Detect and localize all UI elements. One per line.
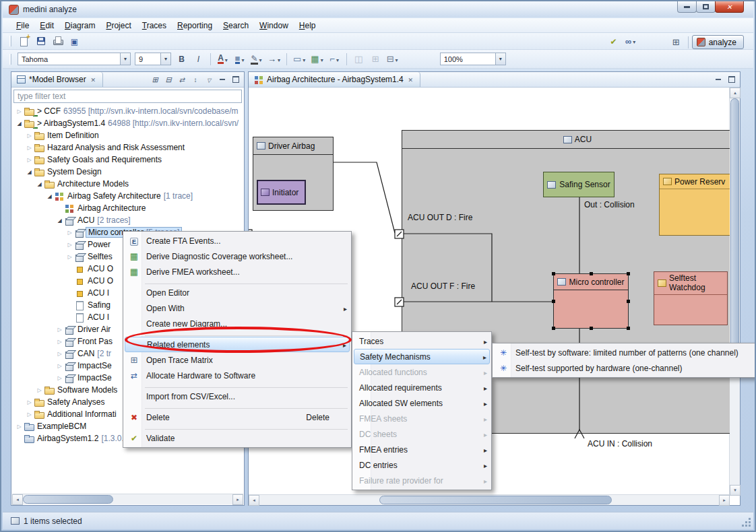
scrollbar-track[interactable] (730, 98, 740, 485)
submenu-item[interactable]: DC entries (354, 457, 490, 473)
context-menu-item[interactable] (145, 405, 348, 409)
tree-expand-arrow-icon[interactable] (55, 339, 64, 345)
scrollbar-thumb[interactable] (23, 495, 113, 504)
select-mode-button[interactable] (291, 52, 307, 66)
dropdown-caret-icon[interactable] (160, 53, 170, 65)
context-menu-item[interactable]: Allocate Hardware to Software (125, 368, 350, 383)
context-menu-item[interactable] (145, 280, 348, 284)
selection-handle[interactable] (552, 272, 555, 275)
scrollbar-track[interactable] (23, 494, 232, 504)
minimize-button[interactable] (677, 1, 697, 13)
context-menu-item[interactable]: Related elements (125, 337, 350, 352)
tree-expand-arrow-icon[interactable] (25, 169, 34, 175)
new-button[interactable] (16, 34, 32, 48)
italic-button[interactable]: I (191, 52, 206, 66)
collapse-all-button[interactable] (162, 73, 175, 86)
context-menu-item[interactable] (145, 384, 348, 388)
tree-expand-arrow-icon[interactable] (15, 108, 24, 114)
maximize-view-button[interactable] (726, 73, 738, 86)
selection-handle[interactable] (552, 327, 555, 330)
selection-handle[interactable] (627, 327, 630, 330)
open-perspective-button[interactable] (668, 35, 684, 49)
tree-item[interactable]: > CCF 63955 [http://svn.ikv-intern.local… (12, 105, 243, 117)
safety-mechanism-item[interactable]: Self-test supported by hardware (one-cha… (494, 360, 756, 376)
font-family-select[interactable]: Tahoma (18, 53, 131, 65)
tree-item[interactable]: Airbag Safety Architecture [1 trace] (12, 190, 243, 202)
scroll-right-icon[interactable] (232, 494, 243, 505)
tree-item[interactable]: Architecture Models (12, 178, 243, 190)
label-out-collision[interactable]: Out : Collision (584, 200, 635, 209)
scroll-left-icon[interactable] (12, 494, 23, 505)
expand-all-button[interactable] (149, 73, 161, 86)
tree-item[interactable]: Item Definition (12, 129, 243, 141)
context-menu-item[interactable]: Create FTA Events... (125, 233, 350, 248)
label-acu-in[interactable]: ACU IN : Collision (588, 439, 652, 448)
line-style-button[interactable] (249, 52, 264, 66)
fill-color-button[interactable] (232, 52, 247, 66)
submenu-item[interactable]: Safety Mechanisms (354, 349, 490, 364)
connector-style-button[interactable] (265, 52, 282, 66)
menubar-item[interactable]: Project (100, 19, 136, 32)
dropdown-caret-icon[interactable] (495, 53, 505, 65)
resize-grip[interactable] (742, 518, 751, 527)
validate-toolbar-button[interactable] (606, 34, 621, 48)
submenu-item[interactable]: Traces (354, 333, 490, 349)
menubar-item[interactable]: Edit (34, 19, 59, 32)
model-browser-hscrollbar[interactable] (12, 494, 243, 504)
context-menu-item[interactable]: Open With (125, 300, 350, 316)
label-acu-out-d[interactable]: ACU OUT D : Fire (408, 213, 472, 222)
context-menu-item[interactable] (145, 426, 348, 430)
maximize-button[interactable] (696, 1, 716, 13)
font-color-button[interactable]: A (215, 52, 230, 66)
context-menu-item[interactable]: Open Editor (125, 285, 350, 300)
tree-expand-arrow-icon[interactable] (65, 254, 74, 260)
menubar-item[interactable]: Diagram (59, 19, 100, 32)
label-acu-out-f[interactable]: ACU OUT F : Fire (411, 281, 475, 291)
menubar-item[interactable]: File (11, 19, 34, 32)
block-safing-sensor[interactable]: Safing Sensor (543, 172, 615, 197)
close-tab-icon[interactable] (407, 75, 414, 84)
connector-driver-to-acu[interactable] (334, 162, 395, 233)
scroll-up-icon[interactable] (730, 88, 741, 98)
tree-item[interactable]: System Design (12, 166, 243, 178)
save-all-button[interactable] (67, 34, 82, 48)
dropdown-caret-icon[interactable] (120, 53, 130, 65)
close-tab-icon[interactable] (90, 75, 97, 84)
editor-tab[interactable]: Airbag Architecture - AirbagSystem1.4 (249, 72, 420, 87)
tree-expand-arrow-icon[interactable] (15, 424, 24, 430)
print-button[interactable] (50, 34, 65, 48)
scrollbar-thumb[interactable] (379, 496, 612, 504)
sort-button[interactable] (189, 73, 201, 86)
selection-handle[interactable] (627, 272, 630, 275)
tree-expand-arrow-icon[interactable] (35, 387, 44, 393)
add-node-button[interactable] (309, 52, 325, 66)
link-with-editor-button[interactable] (176, 73, 188, 86)
tree-expand-arrow-icon[interactable] (55, 327, 64, 333)
block-initiator[interactable]: Initiator (257, 180, 306, 205)
grid-toggle-button[interactable] (385, 52, 400, 66)
submenu-item[interactable]: Failure rate provider for (354, 473, 490, 488)
context-menu-item[interactable]: Derive FMEA worksheet... (125, 264, 350, 279)
tree-expand-arrow-icon[interactable] (35, 181, 44, 187)
scrollbar-track[interactable] (259, 495, 719, 505)
submenu-item[interactable]: Allocated functions (354, 364, 490, 380)
menubar-item[interactable]: Help (294, 19, 321, 32)
view-menu-button[interactable] (203, 73, 215, 86)
safety-mechanism-item[interactable]: Self-test by software: limited number of… (494, 345, 756, 360)
context-menu-item[interactable] (145, 332, 348, 336)
tree-filter-input[interactable] (13, 90, 242, 103)
editor-vscrollbar[interactable] (729, 88, 740, 496)
context-menu-item[interactable]: Import from CSV/Excel... (125, 389, 350, 404)
tree-expand-arrow-icon[interactable] (55, 218, 64, 224)
zoom-select[interactable]: 100% (440, 53, 506, 65)
context-menu-item[interactable]: Validate (125, 430, 350, 446)
scroll-right-icon[interactable] (719, 495, 730, 506)
tree-expand-arrow-icon[interactable] (25, 399, 34, 405)
block-micro-controller[interactable]: Micro controller (553, 273, 629, 329)
menubar-item[interactable]: Search (218, 19, 254, 32)
context-menu-item[interactable]: Delete Delete (125, 409, 350, 425)
tree-expand-arrow-icon[interactable] (25, 133, 34, 139)
scroll-down-icon[interactable] (730, 485, 741, 496)
context-menu-item[interactable]: Derive Diagnostic Coverage worksheet... (125, 248, 350, 264)
minimize-view-button[interactable] (712, 73, 724, 86)
